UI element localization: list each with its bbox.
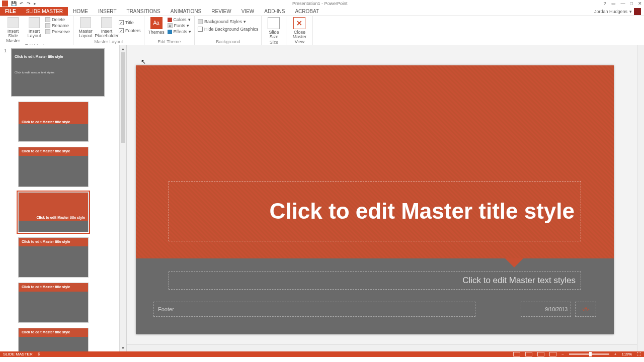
layout-thumb-title: Click to edit Master title style bbox=[22, 216, 85, 219]
zoom-out-icon[interactable]: − bbox=[561, 352, 564, 356]
scroll-up-icon[interactable]: ▲ bbox=[120, 45, 126, 52]
master-thumb-title: Click to edit Master title style bbox=[15, 55, 101, 58]
delete-icon bbox=[45, 17, 50, 22]
slide-size-label: Slide Size bbox=[265, 30, 283, 40]
layout-thumbnail-6[interactable]: Click to edit Master title style bbox=[18, 328, 89, 351]
preserve-button[interactable]: Preserve bbox=[45, 29, 70, 34]
tab-acrobat[interactable]: ACROBAT bbox=[290, 7, 324, 16]
fonts-icon: A bbox=[168, 23, 173, 28]
layout-thumb-title: Click to edit Master title style bbox=[22, 330, 85, 334]
group-size-label: Size bbox=[265, 40, 283, 45]
close-master-icon: ✕ bbox=[293, 17, 305, 29]
footers-checkbox[interactable]: ✓Footers bbox=[119, 28, 141, 33]
scroll-handle[interactable] bbox=[121, 52, 125, 143]
status-mode: SLIDE MASTER bbox=[3, 352, 33, 356]
help-icon[interactable]: ? bbox=[604, 1, 606, 6]
insert-slide-master-icon bbox=[8, 17, 19, 28]
tab-home[interactable]: HOME bbox=[68, 7, 93, 16]
tab-view[interactable]: VIEW bbox=[236, 7, 260, 16]
slide-size-button[interactable]: Slide Size bbox=[265, 17, 283, 40]
group-master-layout-label: Master Layout bbox=[76, 39, 141, 45]
status-lang-icon[interactable]: ⎘ bbox=[38, 352, 40, 356]
minimize-icon[interactable]: — bbox=[621, 1, 625, 6]
effects-button[interactable]: Effects ▾ bbox=[168, 29, 191, 34]
zoom-slider[interactable] bbox=[569, 353, 609, 355]
colors-icon bbox=[168, 18, 172, 22]
delete-button[interactable]: Delete bbox=[45, 17, 70, 22]
view-sorter-button[interactable] bbox=[525, 352, 532, 356]
layout-thumb-title: Click to edit Master title style bbox=[22, 120, 85, 124]
insert-layout-button[interactable]: Insert Layout bbox=[25, 17, 43, 39]
colors-button[interactable]: Colors ▾ bbox=[168, 17, 191, 22]
thumbnail-scrollbar[interactable]: ▲ ▼ bbox=[119, 45, 126, 351]
delete-label: Delete bbox=[52, 17, 65, 22]
title-placeholder[interactable]: Click to edit Master title style bbox=[169, 181, 581, 241]
preserve-label: Preserve bbox=[52, 29, 70, 34]
tab-insert[interactable]: INSERT bbox=[93, 7, 122, 16]
master-layout-label: Master Layout bbox=[76, 29, 95, 39]
group-background-label: Background bbox=[198, 39, 259, 45]
group-edit-theme-label: Edit Theme bbox=[147, 39, 191, 45]
layout-thumbnail-4[interactable]: Click to edit Master title style bbox=[18, 237, 89, 278]
background-styles-label: Background Styles bbox=[204, 19, 242, 24]
fit-to-window-icon[interactable]: ⛶ bbox=[637, 352, 641, 356]
close-master-label: Close Master View bbox=[289, 30, 309, 44]
fonts-label: Fonts bbox=[174, 23, 186, 28]
tab-file[interactable]: FILE bbox=[0, 7, 21, 16]
window-title: Presentation1 - PowerPoint bbox=[36, 1, 604, 6]
qat-save-icon[interactable]: 💾 bbox=[11, 1, 17, 6]
thumbnail-pane[interactable]: 1 Click to edit Master title style Click… bbox=[0, 45, 127, 351]
editor-horizontal-scrollbar[interactable] bbox=[127, 344, 637, 351]
editor-vertical-scrollbar[interactable] bbox=[637, 45, 644, 351]
date-placeholder[interactable]: 9/10/2013 bbox=[521, 302, 571, 317]
insert-slide-master-button[interactable]: Insert Slide Master bbox=[3, 17, 23, 43]
tab-animations[interactable]: ANIMATIONS bbox=[166, 7, 206, 16]
title-text: Click to edit Master title style bbox=[270, 199, 575, 224]
master-thumbnail[interactable]: Click to edit Master title style Click t… bbox=[11, 48, 105, 97]
tab-addins[interactable]: ADD-INS bbox=[259, 7, 290, 16]
view-reading-button[interactable] bbox=[537, 352, 544, 356]
zoom-value[interactable]: 119% bbox=[622, 352, 632, 356]
user-menu-chevron-icon[interactable]: ▾ bbox=[629, 9, 632, 14]
colors-label: Colors bbox=[174, 17, 187, 22]
footer-placeholder[interactable]: Footer bbox=[153, 302, 475, 317]
tab-slide-master[interactable]: SLIDE MASTER bbox=[21, 7, 68, 16]
view-slideshow-button[interactable] bbox=[549, 352, 556, 356]
subtitle-placeholder[interactable]: Click to edit Master text styles bbox=[169, 272, 581, 290]
qat-undo-icon[interactable]: ↶ bbox=[20, 1, 24, 6]
scroll-down-icon[interactable]: ▼ bbox=[120, 344, 126, 351]
layout-thumb-title: Click to edit Master title style bbox=[22, 149, 85, 153]
slide-number-placeholder[interactable]: ‹#› bbox=[575, 302, 596, 317]
layout-thumbnail-5[interactable]: Click to edit Master title style bbox=[18, 283, 89, 323]
zoom-in-icon[interactable]: + bbox=[614, 352, 617, 356]
background-styles-button[interactable]: Background Styles ▾ bbox=[198, 19, 259, 24]
view-normal-button[interactable] bbox=[513, 352, 520, 356]
zoom-knob[interactable] bbox=[589, 352, 592, 356]
slide-canvas[interactable]: Click to edit Master title style Click t… bbox=[136, 65, 614, 334]
master-layout-button[interactable]: Master Layout bbox=[76, 17, 95, 39]
rename-button[interactable]: Rename bbox=[45, 23, 70, 28]
themes-button[interactable]: Aa Themes bbox=[147, 17, 166, 35]
hide-bg-checkbox[interactable]: Hide Background Graphics bbox=[198, 27, 259, 32]
tab-review[interactable]: REVIEW bbox=[206, 7, 236, 16]
close-master-view-button[interactable]: ✕ Close Master View bbox=[289, 17, 309, 44]
slide-editor[interactable]: ↖ Click to edit Master title style Click… bbox=[127, 45, 644, 351]
ribbon-options-icon[interactable]: ▭ bbox=[611, 1, 616, 6]
layout-thumb-title: Click to edit Master title style bbox=[22, 240, 85, 243]
maximize-icon[interactable]: □ bbox=[630, 1, 633, 6]
layout-thumbnail-3[interactable]: Click to edit Master title style bbox=[18, 192, 89, 232]
insert-placeholder-button[interactable]: Insert Placeholder bbox=[97, 17, 117, 39]
footer-text: Footer bbox=[158, 306, 174, 312]
layout-thumbnail-2[interactable]: Click to edit Master title style bbox=[18, 147, 89, 187]
tab-transitions[interactable]: TRANSITIONS bbox=[122, 7, 166, 16]
qat-redo-icon[interactable]: ↷ bbox=[27, 1, 31, 6]
user-name[interactable]: Jordan Hudgens bbox=[594, 9, 627, 14]
user-avatar[interactable] bbox=[634, 8, 641, 15]
app-icon bbox=[2, 1, 8, 7]
title-checkbox[interactable]: ✓Title bbox=[119, 20, 141, 25]
close-window-icon[interactable]: ✕ bbox=[638, 1, 642, 6]
fonts-button[interactable]: AFonts ▾ bbox=[168, 23, 191, 28]
chevron-down-icon: ▾ bbox=[189, 29, 191, 34]
layout-thumbnail-1[interactable]: Click to edit Master title style bbox=[18, 102, 89, 142]
insert-slide-master-label: Insert Slide Master bbox=[3, 29, 23, 43]
